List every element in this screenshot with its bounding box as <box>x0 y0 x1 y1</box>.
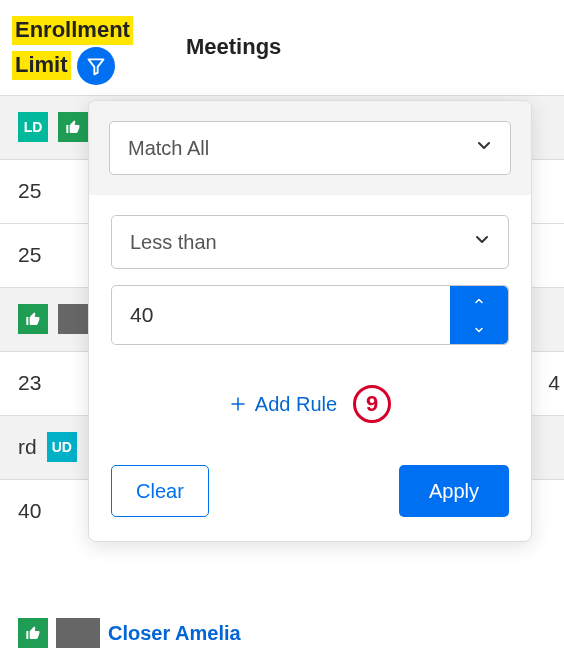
stepper-down[interactable] <box>450 315 508 344</box>
match-mode-select[interactable]: Match All <box>109 121 511 175</box>
svg-marker-0 <box>88 59 103 74</box>
ud-badge: UD <box>47 432 77 462</box>
popover-header: Match All <box>89 101 531 195</box>
table-row-fragment: Closer Amelia <box>18 618 241 648</box>
popover-body: Less than Add Rule 9 Clea <box>89 195 531 541</box>
cell-value: 40 <box>18 499 41 523</box>
filter-popover: Match All Less than <box>88 100 532 542</box>
operator-select[interactable]: Less than <box>111 215 509 269</box>
cell-prefix: rd <box>18 435 37 459</box>
dark-badge <box>58 304 88 334</box>
row-name-link[interactable]: Closer Amelia <box>108 622 241 645</box>
chevron-down-icon <box>474 136 494 161</box>
enrollment-label-2: Limit <box>12 51 71 80</box>
add-rule-row: Add Rule 9 <box>111 361 509 429</box>
thumbs-up-icon <box>18 618 48 648</box>
cell-value: 23 <box>18 371 41 395</box>
apply-button[interactable]: Apply <box>399 465 509 517</box>
chevron-down-icon <box>472 230 492 255</box>
meetings-header: Meetings <box>170 16 281 60</box>
value-input-wrap <box>111 285 509 345</box>
meetings-label: Meetings <box>186 16 281 60</box>
enrollment-label-1: Enrollment <box>12 16 133 45</box>
chevron-down-icon <box>471 324 487 336</box>
filter-button[interactable] <box>77 47 115 85</box>
chevron-up-icon <box>471 295 487 307</box>
cell-value: 25 <box>18 243 41 267</box>
button-row: Clear Apply <box>111 445 509 517</box>
operator-value: Less than <box>130 231 217 254</box>
thumbs-up-icon <box>58 112 88 142</box>
stepper-up[interactable] <box>450 286 508 315</box>
funnel-icon <box>86 56 106 76</box>
ld-badge: LD <box>18 112 48 142</box>
clear-button[interactable]: Clear <box>111 465 209 517</box>
filter-value-input[interactable] <box>112 286 450 344</box>
dark-badge <box>56 618 100 648</box>
add-rule-label: Add Rule <box>255 393 337 416</box>
step-badge: 9 <box>353 385 391 423</box>
cell-value-right: 4 <box>548 371 560 395</box>
column-headers: Enrollment Limit Meetings <box>0 0 564 95</box>
thumbs-up-icon <box>18 304 48 334</box>
value-stepper[interactable] <box>450 286 508 344</box>
match-mode-value: Match All <box>128 137 209 160</box>
plus-icon <box>229 395 247 413</box>
add-rule-button[interactable]: Add Rule <box>229 393 337 416</box>
cell-value: 25 <box>18 179 41 203</box>
enrollment-limit-header: Enrollment Limit <box>0 16 170 85</box>
